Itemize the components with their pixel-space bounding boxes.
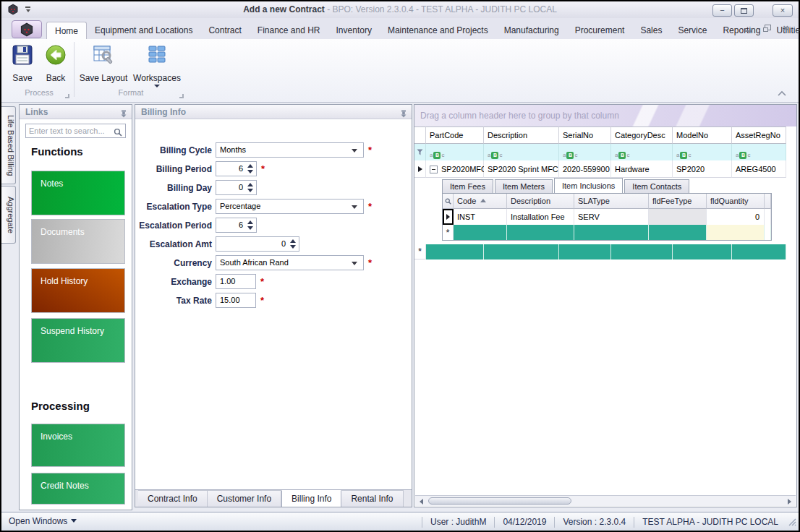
new-cell[interactable] xyxy=(454,225,507,240)
search-icon[interactable] xyxy=(443,194,454,209)
scroll-left-icon[interactable] xyxy=(420,499,423,505)
tab-rental-info[interactable]: Rental Info xyxy=(341,490,403,507)
cell-code[interactable]: INST xyxy=(454,209,507,225)
collapse-box-icon[interactable] xyxy=(430,166,438,173)
cell-categorydesc[interactable]: Hardware xyxy=(611,160,673,178)
column-header-fldquantity[interactable]: fldQuantity xyxy=(707,194,765,209)
filter-cell-description[interactable]: aBc xyxy=(484,144,559,160)
column-header-partcode[interactable]: PartCode xyxy=(426,126,484,144)
tab-customer-info[interactable]: Customer Info xyxy=(208,490,281,507)
tab-item-contacts[interactable]: Item Contacts xyxy=(624,179,689,194)
format-dialog-launcher-icon[interactable] xyxy=(179,94,184,98)
mdi-minimize-button[interactable] xyxy=(745,30,752,32)
hold-history-button[interactable]: Hold History xyxy=(31,268,125,313)
notes-button[interactable]: Notes xyxy=(31,171,125,215)
ribbon-tab-service[interactable]: Service xyxy=(670,22,715,39)
cell-modelno[interactable]: SP2020 xyxy=(673,160,732,178)
column-header-inner-description[interactable]: Description xyxy=(507,194,574,209)
side-tab-aggregate[interactable]: Aggregate xyxy=(1,186,16,244)
column-header-serialno[interactable]: SerialNo xyxy=(559,126,611,144)
process-dialog-launcher-icon[interactable] xyxy=(65,94,69,98)
ribbon-tab-inventory[interactable]: Inventory xyxy=(328,22,380,39)
table-row[interactable]: INST Installation Fee SERV 0 xyxy=(443,209,771,225)
close-button[interactable]: × xyxy=(773,4,793,17)
resize-grip[interactable] xyxy=(788,518,796,528)
minimize-button[interactable]: − xyxy=(712,4,732,17)
ribbon-tab-maintenance-and-projects[interactable]: Maintenance and Projects xyxy=(380,22,496,39)
spin-down-icon[interactable] xyxy=(247,189,253,192)
new-cell[interactable] xyxy=(426,244,484,259)
ribbon-tab-manufacturing[interactable]: Manufacturing xyxy=(496,22,567,39)
open-windows-button[interactable]: Open Windows xyxy=(9,516,77,526)
tab-item-fees[interactable]: Item Fees xyxy=(442,179,493,194)
cell-description[interactable]: SP2020 Sprint MFC xyxy=(484,160,559,178)
escalation-amt-spinner[interactable]: 0 xyxy=(216,236,299,252)
billing-day-spinner[interactable]: 0 xyxy=(216,180,257,195)
new-cell[interactable] xyxy=(649,225,707,240)
ribbon-tab-sales[interactable]: Sales xyxy=(632,22,670,39)
new-cell[interactable] xyxy=(732,244,786,259)
cell-slatype[interactable]: SERV xyxy=(574,209,649,225)
ribbon-tab-procurement[interactable]: Procurement xyxy=(567,22,633,39)
scrollbar-thumb[interactable] xyxy=(428,497,571,505)
column-header-description[interactable]: Description xyxy=(484,126,559,144)
filter-cell-categorydesc[interactable]: aBc xyxy=(611,144,673,160)
cell-fldquantity[interactable]: 0 xyxy=(707,209,765,225)
cell-fldfeetype[interactable] xyxy=(649,209,707,225)
column-header-code[interactable]: Code xyxy=(454,194,507,209)
tab-item-meters[interactable]: Item Meters xyxy=(495,179,553,194)
currency-select[interactable]: South African Rand xyxy=(216,255,364,270)
tab-item-inclusions[interactable]: Item Inclusions xyxy=(554,178,623,194)
table-row[interactable]: SP2020MFC SP2020 Sprint MFC 2020-559900 … xyxy=(414,160,786,178)
tab-billing-info[interactable]: Billing Info xyxy=(281,490,341,507)
column-header-fldfeetype[interactable]: fldFeeType xyxy=(649,194,707,209)
billing-period-spinner[interactable]: 6 xyxy=(216,161,257,176)
cell-inner-description[interactable]: Installation Fee xyxy=(507,209,574,225)
new-cell[interactable] xyxy=(611,244,673,259)
filter-cell-modelno[interactable]: aBc xyxy=(673,144,732,160)
documents-button[interactable]: Documents xyxy=(31,219,125,264)
cell-partcode[interactable]: SP2020MFC xyxy=(426,160,484,178)
filter-icon[interactable] xyxy=(414,144,426,160)
ribbon-tab-home[interactable]: Home xyxy=(46,22,87,39)
collapse-ribbon-icon[interactable] xyxy=(777,87,787,100)
pin-icon[interactable] xyxy=(400,108,407,122)
new-cell[interactable] xyxy=(484,244,559,259)
pin-icon[interactable] xyxy=(120,108,127,122)
spin-up-icon[interactable] xyxy=(247,220,253,224)
credit-notes-button[interactable]: Credit Notes xyxy=(31,473,125,505)
column-header-categorydesc[interactable]: CategoryDesc xyxy=(611,126,673,144)
back-button[interactable]: Back xyxy=(41,42,71,83)
quick-access-dropdown-icon[interactable] xyxy=(25,7,31,12)
exchange-field[interactable]: 1.00 xyxy=(216,274,256,289)
maximize-button[interactable] xyxy=(734,4,754,17)
app-menu-button[interactable] xyxy=(12,20,42,38)
ribbon-tab-finance-and-hr[interactable]: Finance and HR xyxy=(250,22,328,39)
tab-contract-info[interactable]: Contract Info xyxy=(138,490,208,507)
search-input[interactable] xyxy=(29,125,110,137)
filter-cell-assetregno[interactable]: aBc xyxy=(732,144,786,160)
spin-up-icon[interactable] xyxy=(247,183,253,186)
new-cell-quantity[interactable] xyxy=(707,225,765,240)
mdi-restore-button[interactable] xyxy=(763,25,771,32)
suspend-history-button[interactable]: Suspend History xyxy=(31,318,125,363)
new-cell[interactable] xyxy=(574,225,649,240)
filter-cell-serialno[interactable]: aBc xyxy=(559,144,611,160)
escalation-type-select[interactable]: Percentage xyxy=(216,199,364,214)
inner-new-row[interactable]: * xyxy=(443,225,771,240)
column-header-slatype[interactable]: SLAType xyxy=(574,194,649,209)
cell-serialno[interactable]: 2020-559900 xyxy=(559,160,611,178)
save-layout-button[interactable]: Save Layout xyxy=(78,42,129,83)
filter-cell-partcode[interactable]: aBc xyxy=(426,144,484,160)
column-header-assetregno[interactable]: AssetRegNo xyxy=(732,126,786,144)
spin-down-icon[interactable] xyxy=(247,226,253,230)
scroll-right-icon[interactable] xyxy=(788,499,791,505)
spin-down-icon[interactable] xyxy=(247,170,253,173)
save-button[interactable]: Save xyxy=(7,42,38,83)
grid-new-row[interactable]: * xyxy=(414,244,786,259)
side-tab-life-based-billing[interactable]: Life Based Billing xyxy=(1,106,16,184)
spin-up-icon[interactable] xyxy=(247,164,253,168)
invoices-button[interactable]: Invoices xyxy=(31,424,125,467)
spin-down-icon[interactable] xyxy=(290,245,296,249)
workspaces-button[interactable]: Workspaces xyxy=(132,42,182,87)
